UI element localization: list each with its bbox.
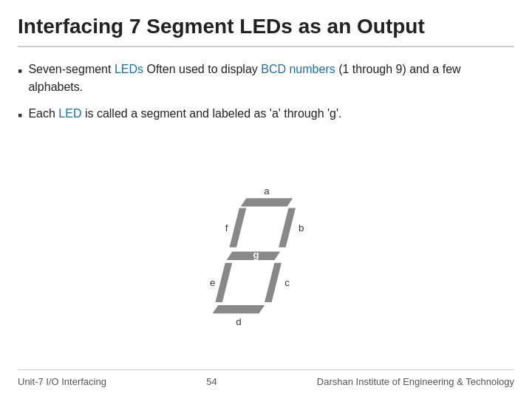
segment-b bbox=[279, 208, 296, 247]
label-b: b bbox=[299, 222, 304, 233]
diagram-area: a f b g e c d bbox=[18, 149, 514, 369]
bullet2-led: LED bbox=[58, 107, 81, 120]
label-e: e bbox=[210, 277, 215, 288]
footer-page: 54 bbox=[206, 376, 216, 387]
slide-container: Interfacing 7 Segment LEDs as an Output … bbox=[0, 0, 532, 399]
bullet1-text1: Seven-segment bbox=[28, 63, 115, 75]
label-d: d bbox=[236, 316, 241, 327]
bullet2-text2: is called a segment and labeled as 'a' t… bbox=[81, 107, 341, 120]
label-c: c bbox=[284, 277, 290, 288]
slide-title: Interfacing 7 Segment LEDs as an Output bbox=[18, 15, 514, 47]
bullet-marker-1: ▪ bbox=[18, 61, 22, 81]
label-f: f bbox=[225, 222, 228, 233]
bullet-text-1: Seven-segment LEDs Often used to display… bbox=[28, 61, 514, 96]
bullet-item-1: ▪ Seven-segment LEDs Often used to displ… bbox=[18, 61, 514, 96]
label-a: a bbox=[264, 185, 270, 197]
slide-footer: Unit-7 I/O Interfacing 54 Darshan Instit… bbox=[18, 369, 514, 387]
bullet-list: ▪ Seven-segment LEDs Often used to displ… bbox=[18, 61, 514, 134]
segment-a bbox=[241, 198, 293, 206]
bullet2-text1: Each bbox=[28, 107, 58, 120]
bullet1-text2: Often used to display bbox=[143, 63, 261, 75]
bullet1-bcd: BCD numbers bbox=[261, 63, 335, 75]
seven-segment-diagram: a f b g e c d bbox=[192, 185, 340, 333]
bullet-marker-2: ▪ bbox=[18, 106, 22, 126]
segment-c bbox=[265, 263, 282, 302]
segment-d bbox=[213, 305, 265, 313]
segment-e bbox=[215, 263, 232, 302]
bullet-item-2: ▪ Each LED is called a segment and label… bbox=[18, 105, 514, 126]
bullet-text-2: Each LED is called a segment and labeled… bbox=[28, 105, 341, 123]
bullet1-leds: LEDs bbox=[115, 63, 143, 75]
segment-f bbox=[229, 208, 246, 247]
footer-right: Darshan Institute of Engineering & Techn… bbox=[317, 376, 514, 387]
label-g: g bbox=[253, 249, 259, 260]
footer-left: Unit-7 I/O Interfacing bbox=[18, 376, 106, 387]
